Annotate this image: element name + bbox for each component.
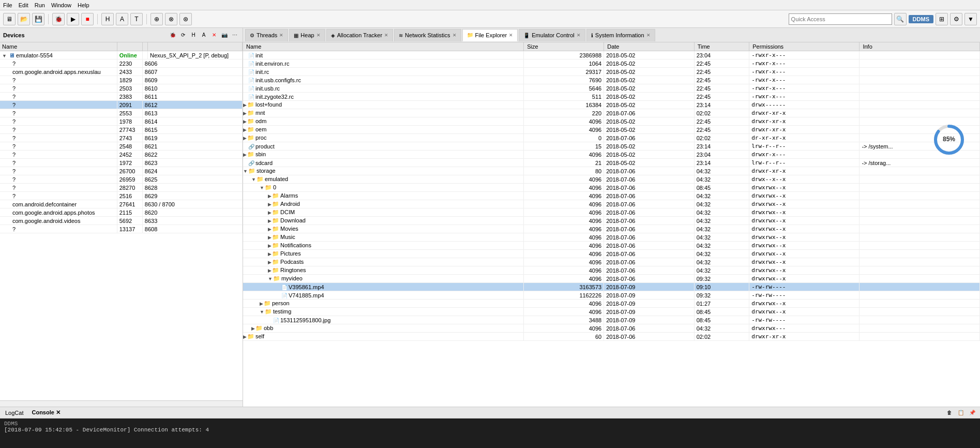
devices-hscroll[interactable] [0, 400, 243, 407]
table-row[interactable]: com.google.android.apps.photos 2115 8620 [0, 208, 243, 217]
device-more-btn[interactable]: ⋯ [230, 31, 239, 40]
expand-arrow[interactable]: ▼ [2, 53, 7, 58]
table-row[interactable]: ▶📁Notifications 4096 2018-07-06 04:32 dr… [243, 242, 980, 250]
devices-scroll[interactable]: Name ▼ 🖥 emulator-5554 Online Nexus_5X_A… [0, 42, 243, 400]
table-row[interactable]: 📄init.environ.rc 1064 2018-05-02 22:45 -… [243, 59, 980, 68]
table-row[interactable]: com.android.defcontainer 27641 8630 / 87… [0, 200, 243, 208]
table-row[interactable]: ▶📁Ringtones 4096 2018-07-06 04:32 drwxrw… [243, 266, 980, 275]
collapse-arrow[interactable]: ▶ [268, 251, 272, 257]
table-row[interactable]: 📄1531125951800.jpg 3488 2018-07-09 08:45… [243, 316, 980, 324]
table-row[interactable]: ▶📁Movies 4096 2018-07-06 04:32 drwxrwx--… [243, 225, 980, 233]
table-row[interactable]: 📄V395861.mp4 3163573 2018-07-09 09:10 -r… [243, 283, 980, 291]
table-row[interactable]: ? 26959 8625 [0, 175, 243, 184]
toolbar-new[interactable]: 🖥 [3, 13, 16, 25]
tab-logcat[interactable]: LogCat [3, 409, 25, 416]
tab-close[interactable]: ✕ [577, 33, 581, 38]
collapse-arrow[interactable]: ▶ [268, 235, 272, 240]
collapse-arrow[interactable]: ▶ [260, 301, 263, 306]
table-row[interactable]: ? 1972 8623 [0, 159, 243, 167]
toolbar-btn-alloc[interactable]: A [116, 13, 128, 25]
table-row[interactable]: 📄init.usb.rc 5646 2018-05-02 22:45 -rwxr… [243, 84, 980, 93]
collapse-arrow[interactable]: ▶ [243, 152, 247, 157]
table-row[interactable]: ▶📁lost+found 16384 2018-05-02 23:14 drwx… [243, 101, 980, 109]
tab-system-information[interactable]: ℹ System Information ✕ [586, 29, 655, 41]
table-row[interactable]: 🔗product 15 2018-05-02 23:14 lrw-r--r-- … [243, 142, 980, 151]
menu-window[interactable]: Window [51, 2, 71, 8]
collapse-arrow[interactable]: ▶ [268, 227, 272, 232]
tab-file-explorer[interactable]: 📁 File Explorer ✕ [462, 29, 518, 41]
table-row[interactable]: ▶📁Download 4096 2018-07-06 04:32 drwxrwx… [243, 217, 980, 225]
expand-arrow[interactable]: ▼ [260, 309, 264, 315]
device-alloc-btn[interactable]: A [199, 31, 208, 40]
table-row[interactable]: ▶📁self 60 2018-07-06 02:02 drwxr-xr-x [243, 333, 980, 341]
tab-close[interactable]: ✕ [509, 33, 513, 38]
table-row[interactable]: com.google.android.apps.nexuslau 2433 86… [0, 68, 243, 76]
toolbar-btn-stop[interactable]: ■ [81, 13, 94, 25]
table-row[interactable]: ? 2548 8621 [0, 142, 243, 151]
table-row[interactable]: ▶📁Android 4096 2018-07-06 04:32 drwxrwx-… [243, 200, 980, 208]
collapse-arrow[interactable]: ▶ [268, 243, 272, 248]
table-row[interactable]: 📄init.zygote32.rc 511 2018-05-02 22:45 -… [243, 93, 980, 101]
table-row[interactable]: ▶📁odm 4096 2018-05-02 22:45 drwxr-xr-x [243, 117, 980, 126]
toolbar-layout-btn[interactable]: ⊞ [936, 13, 948, 25]
toolbar-btn-more2[interactable]: ⊗ [165, 13, 177, 25]
table-row[interactable]: ? 2091 8612 [0, 101, 243, 109]
table-row[interactable]: ▼📁myvideo 4096 2018-07-06 09:32 drwxrwx-… [243, 275, 980, 283]
table-row[interactable]: ▶📁Pictures 4096 2018-07-06 04:32 drwxrwx… [243, 250, 980, 258]
toolbar-btn-debug[interactable]: 🐞 [52, 13, 65, 25]
device-update-threads-btn[interactable]: ⟳ [178, 31, 188, 40]
collapse-arrow[interactable]: ▶ [243, 127, 247, 132]
table-row[interactable]: ? 2553 8613 [0, 109, 243, 117]
tab-emulator-control[interactable]: 📱 Emulator Control ✕ [519, 29, 585, 41]
table-row[interactable]: ▶📁mnt 220 2018-07-06 02:02 drwxr-xr-x [243, 109, 980, 117]
bottom-pin-btn[interactable]: 📌 [968, 408, 977, 417]
collapse-arrow[interactable]: ▶ [268, 260, 272, 265]
menu-help[interactable]: Help [78, 2, 89, 8]
table-row[interactable]: ▶📁Podcasts 4096 2018-07-06 04:32 drwxrwx… [243, 258, 980, 266]
toolbar-save[interactable]: 💾 [32, 13, 44, 25]
table-row[interactable]: ▶📁Music 4096 2018-07-06 04:32 drwxrwx--x [243, 233, 980, 242]
menu-edit[interactable]: Edit [19, 2, 28, 8]
quick-access-search-btn[interactable]: 🔍 [894, 13, 907, 25]
table-row[interactable]: ? 2743 8619 [0, 134, 243, 142]
toolbar-btn-run[interactable]: ▶ [67, 13, 79, 25]
expand-arrow[interactable]: ▼ [260, 185, 264, 190]
table-row[interactable]: ? 1978 8614 [0, 117, 243, 126]
menu-file[interactable]: File [3, 2, 12, 8]
table-row[interactable]: ▶📁oem 4096 2018-05-02 22:45 drwxr-xr-x [243, 126, 980, 134]
table-row[interactable]: ▼📁emulated 4096 2018-07-06 04:32 drwx--x… [243, 175, 980, 184]
table-row[interactable]: ? 28270 8628 [0, 184, 243, 192]
toolbar-open[interactable]: 📂 [18, 13, 30, 25]
bottom-clear-btn[interactable]: 🗑 [945, 408, 954, 417]
toolbar-btn-threads[interactable]: T [130, 13, 143, 25]
table-row[interactable]: ? 2516 8629 [0, 192, 243, 200]
collapse-arrow[interactable]: ▶ [268, 202, 272, 207]
table-row[interactable]: com.google.android.videos 5692 8633 [0, 217, 243, 225]
table-row[interactable]: ▶📁person 4096 2018-07-09 01:27 drwxrwx--… [243, 300, 980, 308]
table-row[interactable]: ? 2503 8610 [0, 84, 243, 93]
table-row[interactable]: ? 2452 8622 [0, 151, 243, 159]
device-screenshot-btn[interactable]: 📷 [220, 31, 229, 40]
device-heap-btn[interactable]: H [189, 31, 198, 40]
collapse-arrow[interactable]: ▶ [243, 334, 247, 339]
table-row[interactable]: ? 1829 8609 [0, 76, 243, 84]
tab-network-statistics[interactable]: ≋ Network Statistics ✕ [394, 29, 461, 41]
device-debug-btn[interactable]: 🐞 [168, 31, 177, 40]
table-row[interactable]: ? 2230 8606 [0, 59, 243, 68]
table-row[interactable]: ? 2383 8611 [0, 93, 243, 101]
collapse-arrow[interactable]: ▶ [243, 119, 247, 124]
tab-close[interactable]: ✕ [646, 33, 651, 38]
toolbar-config-btn[interactable]: ⚙ [950, 13, 962, 25]
table-row[interactable]: ? 13137 8608 [0, 225, 243, 233]
tab-close[interactable]: ✕ [316, 33, 321, 38]
tab-close[interactable]: ✕ [453, 33, 457, 38]
collapse-arrow[interactable]: ▶ [243, 111, 247, 116]
expand-arrow[interactable]: ▼ [243, 169, 248, 174]
table-row[interactable]: 📄V741885.mp4 1162226 2018-07-09 09:32 -r… [243, 291, 980, 300]
tab-threads[interactable]: ⚙ Threads ✕ [245, 29, 288, 41]
table-row[interactable]: ▶📁DCIM 4096 2018-07-06 04:32 drwxrwx--x [243, 208, 980, 217]
tab-console[interactable]: Console ✕ [29, 409, 62, 416]
collapse-arrow[interactable]: ▶ [243, 136, 247, 141]
table-row[interactable]: ▼📁testimg 4096 2018-07-09 08:45 drwxrwx-… [243, 308, 980, 316]
table-row[interactable]: 📄init 2386988 2018-05-02 23:04 -rwxr-x--… [243, 51, 980, 59]
